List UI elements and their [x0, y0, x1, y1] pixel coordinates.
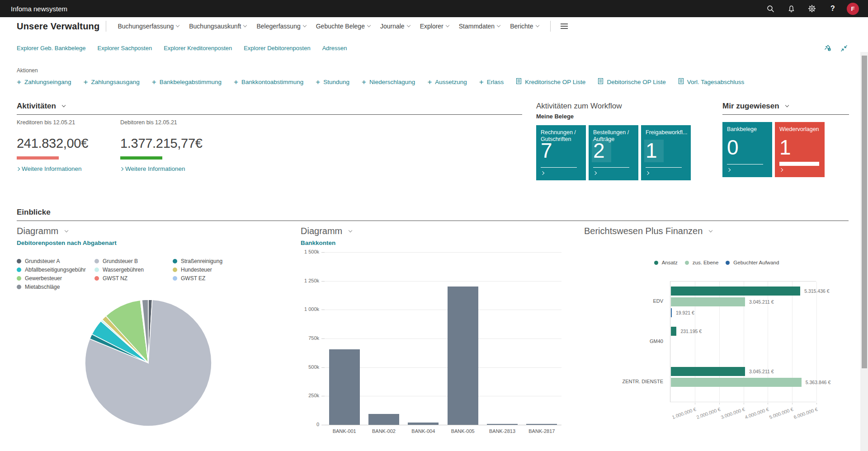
- tile-freigabeworkfl[interactable]: Freigabeworkfl...1: [641, 125, 691, 180]
- tile-count-value: 1: [644, 140, 664, 162]
- kpi-label: Debitoren bis 12.05.21: [120, 119, 224, 126]
- tile-bankbelege[interactable]: Bankbelege0: [722, 122, 772, 177]
- more-info-link[interactable]: Weitere Informationen: [17, 165, 120, 172]
- axis-tick: [321, 425, 325, 425]
- legend-item-zus-ebene: zus. Ebene: [685, 260, 719, 265]
- bar-zentr-dienste-ansatz[interactable]: [671, 367, 745, 376]
- kpi-trend-bar: [120, 156, 162, 160]
- action-stundung[interactable]: +Stundung: [316, 79, 349, 85]
- activities-title[interactable]: Aktivitäten: [17, 102, 522, 111]
- nav-item-explorer[interactable]: Explorer: [420, 23, 449, 30]
- nav-item-label: Gebuchte Belege: [316, 23, 365, 30]
- bar-gm40-ansatz[interactable]: [671, 327, 676, 336]
- action-zahlungsausgang[interactable]: +Zahlungsausgang: [84, 79, 140, 85]
- chevron-down-icon: [497, 23, 500, 27]
- y-axis-label: 1 000k: [293, 306, 319, 312]
- home-link[interactable]: Unsere Verwaltung: [17, 21, 99, 32]
- vertical-scrollbar[interactable]: [860, 52, 868, 451]
- bar-bank-002[interactable]: [368, 414, 399, 425]
- nav-item-buchungsauskunft[interactable]: Buchungsauskunft: [189, 23, 246, 30]
- legend-dot: [726, 261, 730, 265]
- bar-edv-zus-ebene[interactable]: [671, 297, 745, 306]
- bar-bank-2813[interactable]: [487, 424, 518, 425]
- notifications-icon[interactable]: [781, 0, 802, 17]
- action-niederschlagung[interactable]: +Niederschlagung: [362, 79, 415, 85]
- action-aussetzung[interactable]: +Aussetzung: [427, 79, 467, 85]
- bar-card-title[interactable]: Diagramm: [301, 226, 572, 236]
- action-bankbelegabstimmung[interactable]: +Bankbelegabstimmung: [152, 79, 222, 85]
- x-axis-label: BANK-002: [364, 428, 404, 434]
- legend-label: Grundsteuer B: [103, 258, 138, 264]
- finance-card-title[interactable]: Berichtswesen Plus Finanzen: [584, 226, 849, 236]
- gridline: [325, 367, 561, 368]
- gridline: [325, 425, 561, 425]
- nav-item-gebuchte-belege[interactable]: Gebuchte Belege: [316, 23, 370, 30]
- subnav-link-explorer-sachposten[interactable]: Explorer Sachposten: [97, 45, 152, 52]
- action-vorl-tagesabschluss[interactable]: Vorl. Tagesabschluss: [678, 78, 745, 86]
- collapse-icon[interactable]: [840, 44, 848, 54]
- pie-chart[interactable]: [83, 298, 213, 430]
- category-label-gm40: GM40: [603, 338, 663, 344]
- action-bankkontoabstimmung[interactable]: +Bankkontoabstimmung: [234, 79, 303, 85]
- category-label-edv: EDV: [603, 298, 663, 304]
- nav-item-buchungserfassung[interactable]: Buchungserfassung: [118, 23, 179, 30]
- legend-item-mietabschl-ge: Mietabschläge: [17, 284, 94, 290]
- nav-item-belegerfassung[interactable]: Belegerfassung: [256, 23, 306, 30]
- nav-item-label: Buchungsauskunft: [189, 23, 241, 30]
- search-icon[interactable]: [760, 0, 781, 17]
- action-debitorische-op-liste[interactable]: Debitorische OP Liste: [598, 78, 665, 86]
- unpin-icon[interactable]: [824, 44, 832, 54]
- bank-chart-plot[interactable]: 0250k500k750k1 000k1 250k1 500kBANK-001B…: [325, 252, 561, 425]
- action-kreditorische-op-liste[interactable]: Kreditorische OP Liste: [516, 78, 585, 86]
- more-menu-icon[interactable]: [559, 22, 570, 31]
- subnav-link-explorer-geb-bankbelege[interactable]: Explorer Geb. Bankbelege: [17, 45, 85, 52]
- legend-item-abfallbeseitigungsgeb-hr: Abfallbeseitigungsgebühr: [17, 267, 94, 273]
- nav-item-berichte[interactable]: Berichte: [510, 23, 538, 30]
- more-info-link[interactable]: Weitere Informationen: [120, 165, 224, 172]
- bar-edv-ansatz[interactable]: [671, 287, 800, 296]
- tile-wiedervorlagen[interactable]: Wiedervorlagen1: [775, 122, 825, 177]
- action-label: Zahlungsausgang: [91, 79, 139, 85]
- nav-item-label: Explorer: [420, 23, 443, 30]
- report-icon: [598, 78, 604, 86]
- y-axis-label: 250k: [293, 393, 319, 398]
- kpi-trend-bar: [17, 156, 59, 160]
- action-erlass[interactable]: +Erlass: [479, 79, 504, 85]
- plus-icon: +: [316, 79, 320, 85]
- nav-item-stammdaten[interactable]: Stammdaten: [459, 23, 500, 30]
- pie-chart-subtitle[interactable]: Debitorenposten nach Abgabenart: [17, 240, 288, 246]
- chevron-down-icon: [406, 23, 410, 27]
- legend-item-stra-enreinigung: Straßenreinigung: [173, 258, 270, 264]
- help-icon[interactable]: ?: [822, 0, 843, 17]
- workflow-title: Aktivitäten zum Workflow: [536, 102, 717, 111]
- subnav-link-adressen[interactable]: Adressen: [322, 45, 347, 52]
- bar-chart-card: Diagramm Bankkonten 0250k500k750k1 000k1…: [301, 226, 572, 438]
- chevron-right-icon: [120, 167, 123, 170]
- bar-bank-001[interactable]: [329, 349, 360, 425]
- avatar[interactable]: F: [847, 3, 859, 15]
- kpi-kreditoren[interactable]: Kreditoren bis 12.05.21 241.832,00€ Weit…: [17, 118, 120, 172]
- tile-rechnungen-gutschriften[interactable]: Rechnungen / Gutschriften7: [536, 125, 586, 180]
- finance-chart-plot[interactable]: 1.000.000 €2.000.000 €3.000.000 €4.000.0…: [670, 281, 816, 402]
- kpi-debitoren[interactable]: Debitoren bis 12.05.21 1.377.215,77€ Wei…: [120, 118, 224, 172]
- bar-zentr-dienste-zus-ebene[interactable]: [671, 378, 802, 387]
- settings-icon[interactable]: [802, 0, 822, 17]
- subnav-link-explorer-kreditorenposten[interactable]: Explorer Kreditorenposten: [164, 45, 232, 52]
- action-label: Erlass: [487, 79, 504, 85]
- action-zahlungseingang[interactable]: +Zahlungseingang: [17, 79, 71, 85]
- bar-edv-gebuchter-aufwand[interactable]: [671, 308, 672, 317]
- scrollbar-thumb[interactable]: [862, 56, 867, 368]
- nav-item-journale[interactable]: Journale: [380, 23, 410, 30]
- tile-label: Bankbelege: [727, 126, 768, 133]
- tile-bestellungen-auftr-ge[interactable]: Bestellungen / Aufträge2: [589, 125, 638, 180]
- bar-chart-subtitle[interactable]: Bankkonten: [301, 240, 572, 246]
- report-icon: [678, 78, 684, 86]
- tile-line: [593, 167, 629, 168]
- bar-bank-004[interactable]: [408, 423, 439, 425]
- subnav-link-explorer-debitorenposten[interactable]: Explorer Debitorenposten: [244, 45, 310, 52]
- tile-bar: [779, 162, 819, 166]
- assigned-title[interactable]: Mir zugewiesen: [722, 102, 849, 111]
- bar-bank-2817[interactable]: [526, 424, 557, 425]
- pie-card-title[interactable]: Diagramm: [17, 226, 288, 236]
- bar-bank-005[interactable]: [448, 287, 478, 425]
